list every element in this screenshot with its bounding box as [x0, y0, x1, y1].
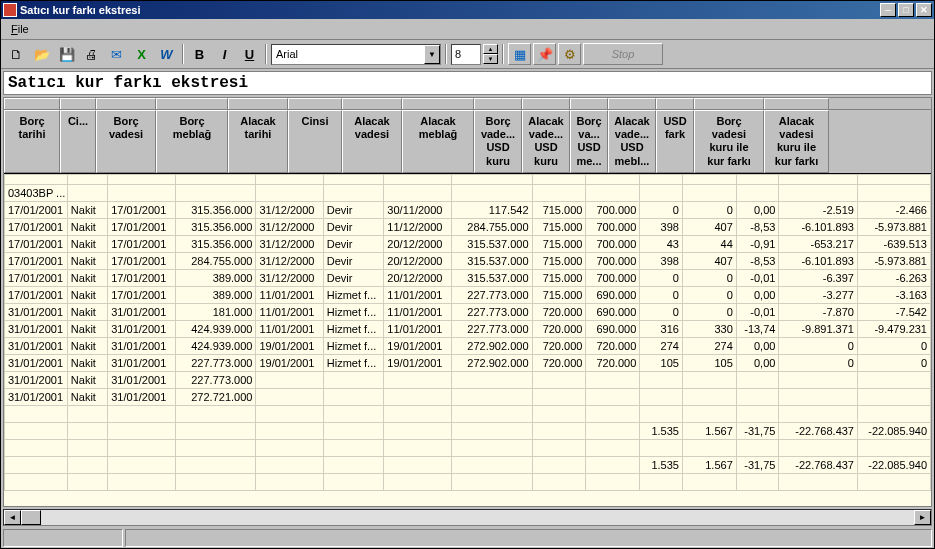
cell: -9.479.231 — [857, 320, 930, 337]
table-row[interactable]: 17/01/2001Nakit17/01/2001389.00031/12/20… — [5, 269, 931, 286]
mail-icon[interactable]: ✉ — [105, 43, 128, 65]
grid-icon[interactable]: ▦ — [508, 43, 531, 65]
size-input[interactable] — [452, 48, 480, 60]
scroll-right-button[interactable]: ► — [914, 510, 931, 525]
cell: 44 — [682, 235, 736, 252]
column-header[interactable]: USD fark — [656, 110, 694, 173]
table-row[interactable]: 17/01/2001Nakit17/01/2001315.356.00031/1… — [5, 218, 931, 235]
cell — [640, 184, 683, 201]
font-combo[interactable]: ▼ — [271, 44, 441, 65]
column-header[interactable]: Borç tarihi — [4, 110, 60, 173]
cell: -6.263 — [857, 269, 930, 286]
cell — [586, 456, 640, 473]
cell — [451, 473, 532, 490]
bold-icon[interactable]: B — [188, 43, 211, 65]
cell: 31/01/2001 — [5, 303, 68, 320]
table-row[interactable]: 31/01/2001Nakit31/01/2001227.773.000 — [5, 371, 931, 388]
table-row[interactable] — [5, 174, 931, 184]
font-dropdown-icon[interactable]: ▼ — [424, 45, 440, 64]
cell — [857, 371, 930, 388]
cell: 11/01/2001 — [384, 303, 451, 320]
scroll-thumb[interactable] — [21, 510, 41, 525]
table-row[interactable]: 1.5351.567-31,75-22.768.437-22.085.940 — [5, 422, 931, 439]
table-row[interactable]: 31/01/2001Nakit31/01/2001424.939.00019/0… — [5, 337, 931, 354]
size-down-button[interactable]: ▼ — [483, 54, 498, 64]
table-row[interactable] — [5, 473, 931, 490]
cell: Devir — [323, 235, 384, 252]
cell — [175, 439, 256, 456]
table-row[interactable] — [5, 405, 931, 422]
cell — [108, 174, 175, 184]
save-icon[interactable]: 💾 — [55, 43, 78, 65]
cell: Devir — [323, 201, 384, 218]
underline-icon[interactable]: U — [238, 43, 261, 65]
tool-icon[interactable]: ⚙ — [558, 43, 581, 65]
pin-icon[interactable]: 📌 — [533, 43, 556, 65]
cell: 720.000 — [532, 303, 586, 320]
new-icon[interactable]: 🗋 — [5, 43, 28, 65]
data-grid: Borç tarihiCi...Borç vadesiBorç meblağAl… — [3, 97, 932, 507]
table-row[interactable]: 17/01/2001Nakit17/01/2001315.356.00031/1… — [5, 201, 931, 218]
column-header[interactable]: Borç meblağ — [156, 110, 228, 173]
table-row[interactable]: 1.5351.567-31,75-22.768.437-22.085.940 — [5, 456, 931, 473]
word-icon[interactable]: W — [155, 43, 178, 65]
table-row[interactable] — [5, 439, 931, 456]
menu-file[interactable]: File — [5, 21, 35, 37]
font-input[interactable] — [272, 48, 424, 60]
cell: 330 — [682, 320, 736, 337]
column-header[interactable]: Borç vadesi kuru ile kur farkı — [694, 110, 764, 173]
open-icon[interactable]: 📂 — [30, 43, 53, 65]
table-row[interactable]: 03403BP ... — [5, 184, 931, 201]
size-up-button[interactable]: ▲ — [483, 44, 498, 54]
cell: 31/12/2000 — [256, 269, 323, 286]
cell: 11/01/2001 — [384, 320, 451, 337]
cell: 19/01/2001 — [384, 354, 451, 371]
cell: 227.773.000 — [175, 371, 256, 388]
cell — [256, 388, 323, 405]
cell: -22.768.437 — [779, 456, 858, 473]
column-header[interactable]: Ci... — [60, 110, 96, 173]
table-row[interactable]: 17/01/2001Nakit17/01/2001389.00011/01/20… — [5, 286, 931, 303]
table-row[interactable]: 31/01/2001Nakit31/01/2001227.773.00019/0… — [5, 354, 931, 371]
cell: Nakit — [67, 303, 107, 320]
horizontal-scrollbar[interactable]: ◄ ► — [3, 509, 932, 526]
cell — [640, 174, 683, 184]
column-header[interactable]: Cinsi — [288, 110, 342, 173]
cell: 17/01/2001 — [5, 218, 68, 235]
cell: 0 — [857, 337, 930, 354]
cell: 720.000 — [532, 337, 586, 354]
table-row[interactable]: 31/01/2001Nakit31/01/2001181.00011/01/20… — [5, 303, 931, 320]
column-header[interactable]: Borç vadesi — [96, 110, 156, 173]
cell — [323, 371, 384, 388]
cell — [175, 422, 256, 439]
print-icon[interactable]: 🖨 — [80, 43, 103, 65]
column-header[interactable]: Borç va... USD me... — [570, 110, 608, 173]
cell: 715.000 — [532, 235, 586, 252]
table-row[interactable]: 31/01/2001Nakit31/01/2001424.939.00011/0… — [5, 320, 931, 337]
table-row[interactable]: 17/01/2001Nakit17/01/2001315.356.00031/1… — [5, 235, 931, 252]
cell: 272.902.000 — [451, 354, 532, 371]
cell: 272.721.000 — [175, 388, 256, 405]
column-header[interactable]: Alacak vadesi — [342, 110, 402, 173]
column-header[interactable]: Alacak meblağ — [402, 110, 474, 173]
maximize-button[interactable]: □ — [898, 3, 914, 17]
scroll-left-button[interactable]: ◄ — [4, 510, 21, 525]
column-header[interactable]: Borç vade... USD kuru — [474, 110, 522, 173]
table-row[interactable]: 17/01/2001Nakit17/01/2001284.755.00031/1… — [5, 252, 931, 269]
cell: 690.000 — [586, 303, 640, 320]
cell — [682, 174, 736, 184]
cell: -0,91 — [736, 235, 779, 252]
minimize-button[interactable]: ─ — [880, 3, 896, 17]
column-header[interactable]: Alacak vade... USD kuru — [522, 110, 570, 173]
column-header[interactable]: Alacak vade... USD mebl... — [608, 110, 656, 173]
column-header[interactable]: Alacak vadesi kuru ile kur farkı — [764, 110, 829, 173]
excel-icon[interactable]: X — [130, 43, 153, 65]
cell: 31/12/2000 — [256, 252, 323, 269]
scroll-track[interactable] — [21, 510, 914, 525]
close-button[interactable]: ✕ — [916, 3, 932, 17]
italic-icon[interactable]: I — [213, 43, 236, 65]
cell — [451, 422, 532, 439]
cell: 227.773.000 — [451, 303, 532, 320]
column-header[interactable]: Alacak tarihi — [228, 110, 288, 173]
table-row[interactable]: 31/01/2001Nakit31/01/2001272.721.000 — [5, 388, 931, 405]
